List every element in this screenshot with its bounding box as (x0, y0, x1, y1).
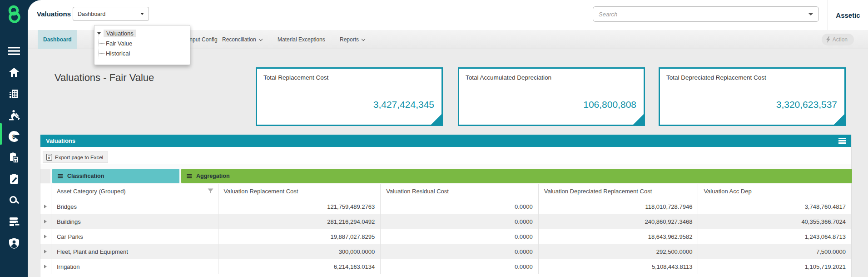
kpi-corner-triangle (633, 114, 644, 125)
band-classification[interactable]: Classification (52, 169, 179, 183)
table-row: Irrigation 6,214,163.0134 0.0000 5,108,4… (40, 259, 851, 274)
table-row: Buildings 281,216,294.0492 0.0000 240,86… (40, 214, 851, 229)
cell-acc-dep: 40,355,366.7024 (698, 214, 851, 229)
valuations-icon[interactable]: $ (0, 126, 28, 147)
band-menu-icon (58, 173, 63, 179)
tree-connector-line (99, 43, 104, 44)
band-stub (40, 169, 50, 183)
cell-residual-cost: 0.0000 (381, 259, 539, 274)
filter-funnel-icon[interactable] (208, 188, 213, 194)
cell-depreciated-replacement-cost: 5,108,443.8113 (539, 259, 699, 274)
row-expand-icon[interactable] (44, 205, 47, 208)
tab-material-exceptions[interactable]: Material Exceptions (272, 30, 331, 49)
cell-residual-cost: 0.0000 (381, 244, 539, 259)
tree-item-fair-value[interactable]: Fair Value (94, 38, 190, 48)
app-root: $ Valuations Dashboard (0, 0, 868, 277)
column-header-residual-cost[interactable]: Valuation Residual Cost (381, 184, 539, 199)
tab-reports[interactable]: Reports (334, 30, 370, 49)
tree-collapse-icon[interactable] (97, 32, 101, 35)
chevron-down-icon (362, 37, 365, 40)
column-header-row: Asset Category (Grouped) Valuation Repla… (40, 184, 851, 199)
band-aggregation[interactable]: Aggregation (181, 169, 852, 183)
panel-menu-icon[interactable] (838, 137, 846, 145)
band-menu-icon (187, 173, 192, 179)
cell-category: Fleet, Plant and Equipment (51, 244, 218, 259)
table-row: Bridges 121,759,489.2763 0.0000 118,010,… (40, 199, 851, 214)
cell-depreciated-replacement-cost: 118,010,728.7946 (539, 199, 699, 214)
cell-residual-cost: 0.0000 (381, 214, 539, 229)
kpi-value: 106,800,808 (583, 99, 636, 110)
search-input[interactable] (599, 11, 808, 18)
column-header-asset-category[interactable]: Asset Category (Grouped) (51, 184, 218, 199)
kpi-value: 3,320,623,537 (776, 99, 837, 110)
valuations-panel: Valuations x Export page to Excel Classi… (40, 135, 852, 277)
cell-category: Bridges (51, 199, 218, 214)
global-search[interactable] (593, 6, 819, 22)
cell-replacement-cost: 300,000.0000 (218, 244, 381, 259)
home-icon[interactable] (0, 61, 28, 83)
kpi-card-total-accumulated-depreciation: Total Accumulated Depreciation 106,800,8… (458, 67, 645, 126)
search-scope-caret-icon[interactable] (808, 13, 813, 15)
action-button[interactable]: Action (822, 34, 854, 45)
tab-reconciliation[interactable]: Reconciliation (217, 30, 268, 49)
tree-item-historical[interactable]: Historical (94, 48, 190, 58)
svg-text:$: $ (12, 134, 15, 140)
nav-dropdown-panel: Valuations Fair Value Historical (94, 25, 190, 65)
cell-category: Buildings (51, 214, 218, 229)
row-expand-icon[interactable] (44, 235, 47, 238)
tab-dashboard[interactable]: Dashboard (38, 30, 77, 49)
excel-file-icon: x (46, 154, 52, 161)
sidebar: $ (0, 0, 28, 277)
panel-title: Valuations (46, 137, 75, 144)
cell-category: Irrigation (51, 259, 218, 274)
cell-replacement-cost: 121,759,489.2763 (218, 199, 381, 214)
cell-depreciated-replacement-cost: 240,860,927.3468 (539, 214, 699, 229)
page-title: Valuations - Fair Value (55, 72, 154, 84)
row-expand-icon[interactable] (44, 250, 47, 253)
lightning-bolt-icon (826, 36, 830, 43)
sidebar-active-indicator (0, 123, 2, 145)
kpi-corner-triangle (834, 114, 844, 125)
column-header-expand (40, 184, 51, 199)
kpi-card-total-replacement-cost: Total Replacement Cost 3,427,424,345 (256, 67, 443, 126)
data-import-icon[interactable] (0, 211, 28, 232)
kpi-corner-triangle (431, 114, 441, 125)
brand-name: Assetic (828, 0, 868, 30)
grid-toolbar: x Export page to Excel (40, 147, 851, 165)
cell-residual-cost: 0.0000 (381, 199, 539, 214)
kpi-value: 3,427,424,345 (373, 99, 434, 110)
assetic-logo[interactable] (5, 5, 23, 25)
nav-dropdown-value: Dashboard (78, 11, 105, 17)
cell-replacement-cost: 6,214,163.0134 (218, 259, 381, 274)
cell-depreciated-replacement-cost: 292,500.0000 (539, 244, 699, 259)
column-header-replacement-cost[interactable]: Valuation Replacement Cost (218, 184, 381, 199)
export-excel-button[interactable]: x Export page to Excel (43, 151, 108, 163)
tree-connector-line (99, 53, 104, 54)
svg-text:x: x (48, 156, 50, 160)
asset-register-icon[interactable] (0, 83, 28, 104)
cell-replacement-cost: 281,216,294.0492 (218, 214, 381, 229)
cell-category: Car Parks (51, 229, 218, 244)
table-row: Car Parks 19,887,027.8295 0.0000 18,643,… (40, 229, 851, 244)
menu-icon[interactable] (0, 40, 28, 61)
nav-dropdown-select[interactable]: Dashboard (73, 7, 149, 21)
column-header-acc-dep[interactable]: Valuation Acc Dep (698, 184, 851, 199)
row-expand-icon[interactable] (44, 220, 47, 223)
assessment-clipboard-icon[interactable] (0, 168, 28, 190)
column-header-depreciated-replacement-cost[interactable]: Valuation Depreciated Replacement Cost (539, 184, 699, 199)
cell-acc-dep: 3,748,760.4817 (698, 199, 851, 214)
search-icon[interactable] (0, 190, 28, 211)
tree-item-valuations[interactable]: Valuations (94, 28, 190, 38)
kpi-label: Total Accumulated Depreciation (466, 74, 551, 81)
cell-replacement-cost: 19,887,027.8295 (218, 229, 381, 244)
cell-acc-dep: 7,500.0000 (698, 244, 851, 259)
cell-acc-dep: 1,243,064.8713 (698, 229, 851, 244)
maintenance-worker-icon[interactable] (0, 104, 28, 126)
chevron-down-icon (140, 13, 144, 15)
audit-clipboard-icon[interactable] (0, 147, 28, 168)
kpi-label: Total Depreciated Replacement Cost (666, 74, 766, 81)
row-expand-icon[interactable] (44, 265, 47, 268)
module-title: Valuations (37, 10, 71, 18)
cell-depreciated-replacement-cost: 18,643,962.9582 (539, 229, 699, 244)
admin-shield-icon[interactable] (0, 232, 28, 254)
